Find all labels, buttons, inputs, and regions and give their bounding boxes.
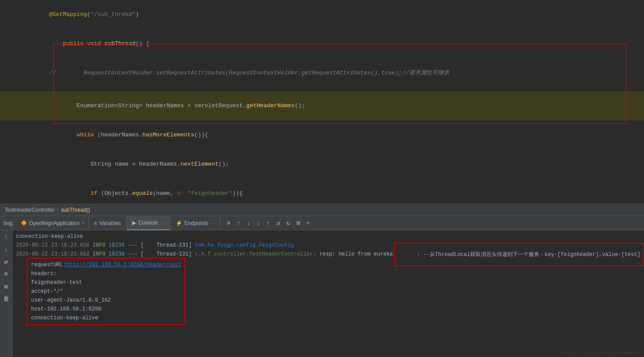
watermark: https://blog.csdn.net/weihao xyxy=(560,351,642,356)
toolbar-btn-9[interactable]: ≈ xyxy=(305,219,312,228)
headers-label-line: headers: xyxy=(31,269,181,278)
toolbar-btn-3[interactable]: ↓ xyxy=(245,219,252,228)
toolbar-btn-8[interactable]: ⊞ xyxy=(295,218,302,228)
console-area: ↑ ↓ ⇄ ≡ ⊞ 🗑 connection-keep-alive 2020-0… xyxy=(0,230,644,357)
code-line: @GetMapping("/sub_thread") xyxy=(0,0,644,29)
log-sep-1: --- xyxy=(128,241,137,250)
variables-icon: ≡ xyxy=(94,220,97,226)
scroll-up-button[interactable]: ↑ xyxy=(1,232,11,242)
endpoints-arrow: → xyxy=(210,221,215,225)
grid-button[interactable]: ⊞ xyxy=(1,282,11,291)
log-class-1: com.he.feign.config.FeignConfig xyxy=(195,241,294,250)
annotation: @GetMapping xyxy=(49,11,87,18)
left-toolbar: ↑ ↓ ⇄ ≡ ⊞ 🗑 xyxy=(0,230,12,357)
toolbar-btn-5[interactable]: ↑ xyxy=(265,219,272,228)
toolbar-btn-2[interactable]: ↑ xyxy=(235,219,242,228)
tab-console[interactable]: ▶ Console → xyxy=(127,216,170,230)
tab-variables-label: Variables xyxy=(99,220,121,226)
toolbar-btn-6[interactable]: ↺ xyxy=(275,218,282,228)
breadcrumb-separator: › xyxy=(57,207,59,213)
tab-endpoints[interactable]: ⚡ Endpoints → xyxy=(170,216,220,230)
breadcrumb-controller: TestHeaderController xyxy=(4,207,55,213)
header-line-3: user-agent-Java/1.8.0_162 xyxy=(31,296,181,305)
code-line: String name = headerNames.nextElement(); xyxy=(0,150,644,179)
url-link[interactable]: http://192.168.56.1:8200/header/test xyxy=(66,260,181,269)
headers-block: requestURL: http://192.168.56.1:8200/hea… xyxy=(27,258,185,325)
line-content: if (Objects.equals(name, b: "feignheader… xyxy=(18,179,644,204)
line-content: @GetMapping("/sub_thread") xyxy=(18,0,644,29)
debug-bar: bug: 🔶 OpenfeignApplication × ≡ Variable… xyxy=(0,216,644,230)
log-level-1: INFO xyxy=(93,241,106,250)
right-info-text: : --从ThreadLocal获取消息头传递到下一个服务：key-[feign… xyxy=(417,252,640,258)
log-pid-1: 18236 xyxy=(109,241,125,250)
delete-button[interactable]: 🗑 xyxy=(1,294,11,304)
tab-variables[interactable]: ≡ Variables xyxy=(89,216,127,230)
line-content: public void subThread() { xyxy=(18,29,644,58)
header-4: host-192.168.56.1:8200 xyxy=(31,305,101,314)
console-arrow: → xyxy=(160,220,165,225)
while-keyword: while xyxy=(77,132,94,138)
header-line-4: host-192.168.56.1:8200 xyxy=(31,305,181,314)
right-info-box: : --从ThreadLocal获取消息头传递到下一个服务：key-[feign… xyxy=(394,243,644,266)
app-tab-close[interactable]: × xyxy=(81,220,84,226)
app-icon: 🔶 xyxy=(21,220,27,226)
list-button[interactable]: ≡ xyxy=(1,269,11,279)
log-class-2: c.h.f.controller.TestHeaderController xyxy=(195,250,313,259)
console-text: connection-keep-alive xyxy=(16,232,83,241)
code-line: while (headerNames.hasMoreElements()){ xyxy=(0,120,644,150)
endpoints-icon: ⚡ xyxy=(176,220,182,226)
log-level-2: INFO xyxy=(93,250,106,259)
log-pid-2: 18236 xyxy=(109,250,125,259)
code-line: Enumeration<String> headerNames = servle… xyxy=(0,91,644,120)
tab-console-label: Console xyxy=(138,220,158,226)
line-content: while (headerNames.hasMoreElements()){ xyxy=(18,120,644,150)
filter-button[interactable]: ⇄ xyxy=(1,257,11,267)
code-line: if (Objects.equals(name, b: "feignheader… xyxy=(0,179,644,204)
code-line: public void subThread() { xyxy=(0,29,644,58)
log-date-2: 2020-06-22 23:18:23.662 xyxy=(16,250,90,259)
header-line-1: feignheader-test xyxy=(31,278,181,287)
breadcrumb-method: subThread() xyxy=(61,207,90,213)
console-line: connection-keep-alive xyxy=(12,232,644,241)
url-label: requestURL: xyxy=(31,260,66,269)
debug-label: bug: xyxy=(0,220,17,226)
log-thread-1: [ Thread-131] xyxy=(141,241,192,250)
line-content: Enumeration<String> headerNames = servle… xyxy=(18,91,644,120)
code-line-blank xyxy=(0,88,644,91)
header-2: accept-*/* xyxy=(31,287,63,296)
toolbar-btn-1[interactable]: ≡ xyxy=(225,219,232,228)
log-thread-2: [ Thread-131] xyxy=(141,250,192,259)
code-lines: @GetMapping("/sub_thread") public void s… xyxy=(0,0,644,204)
header-3: user-agent-Java/1.8.0_162 xyxy=(31,296,111,305)
header-line-5: connection-keep-alive xyxy=(31,314,181,322)
line-content: // RequestContextHolder.setRequestAttrib… xyxy=(18,58,644,88)
breadcrumb-bar: TestHeaderController › subThread() xyxy=(0,204,644,216)
header-1: feignheader-test xyxy=(31,278,82,287)
line-content: String name = headerNames.nextElement(); xyxy=(18,150,644,179)
scroll-down-button[interactable]: ↓ xyxy=(1,244,11,254)
toolbar-btn-7[interactable]: ↻ xyxy=(285,218,292,228)
request-url-line: requestURL: http://192.168.56.1:8200/hea… xyxy=(31,260,181,269)
tab-endpoints-label: Endpoints xyxy=(185,220,208,226)
header-line-2: accept-*/* xyxy=(31,287,181,296)
headers-label: headers: xyxy=(31,269,57,278)
console-toolbar: ≡ ↑ ↓ ↓ ↑ ↺ ↻ ⊞ ≈ xyxy=(225,218,312,228)
code-line: // RequestContextHolder.setRequestAttrib… xyxy=(0,58,644,88)
log-sep-2: --- xyxy=(128,250,137,259)
app-name: OpenfeignApplication xyxy=(29,220,79,226)
console-content: connection-keep-alive 2020-06-22 23:18:2… xyxy=(12,230,644,357)
log-date-1: 2020-06-22 23:18:23.658 xyxy=(16,241,90,250)
toolbar-btn-4[interactable]: ↓ xyxy=(255,219,262,228)
header-5: connection-keep-alive xyxy=(31,314,98,322)
console-icon: ▶ xyxy=(132,220,136,226)
code-editor: @GetMapping("/sub_thread") public void s… xyxy=(0,0,644,204)
